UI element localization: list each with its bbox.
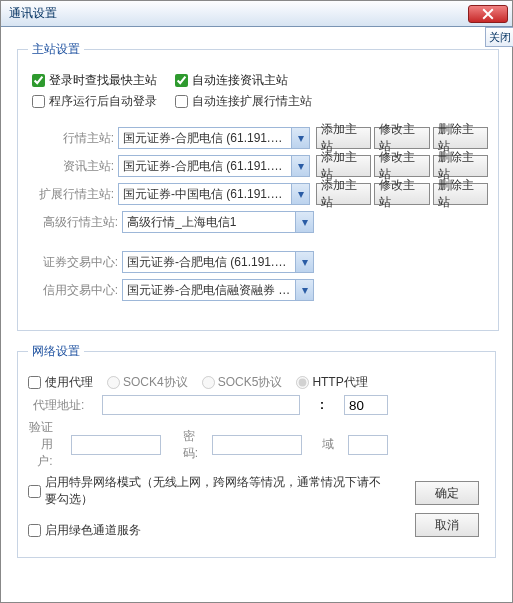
chk-auto-ext[interactable]: 自动连接扩展行情主站 <box>175 93 312 110</box>
input-proxy-pwd[interactable] <box>212 435 302 455</box>
label-hq: 行情主站: <box>28 130 114 147</box>
chk-auto-info-input[interactable] <box>175 74 188 87</box>
label-proxy-user: 验证用户: <box>28 419 53 470</box>
chk-use-proxy[interactable]: 使用代理 <box>28 374 93 391</box>
btn-ext-edit[interactable]: 修改主站 <box>374 183 429 205</box>
btn-zx-add[interactable]: 添加主站 <box>316 155 371 177</box>
combo-credit-value: 国元证券-合肥电信融资融券 (61 <box>123 282 295 299</box>
label-zx: 资讯主站: <box>28 158 114 175</box>
ok-button[interactable]: 确定 <box>415 481 479 505</box>
chk-special-net-input[interactable] <box>28 485 41 498</box>
label-proxy-domain: 域 <box>322 436 334 453</box>
combo-ext[interactable]: 国元证券-中国电信 (61.191.48. ▾ <box>118 183 310 205</box>
cancel-button[interactable]: 取消 <box>415 513 479 537</box>
chevron-down-icon[interactable]: ▾ <box>291 184 309 204</box>
window-title: 通讯设置 <box>9 5 57 22</box>
btn-hq-add[interactable]: 添加主站 <box>316 127 371 149</box>
main-server-group: 主站设置 登录时查找最快主站 自动连接资讯主站 程序运行后自动登录 自动连接扩展… <box>17 41 499 331</box>
network-group: 网络设置 使用代理 SOCK4协议 SOCK5协议 HTTP代理 <box>17 343 496 558</box>
btn-hq-del[interactable]: 删除主站 <box>433 127 488 149</box>
chevron-down-icon[interactable]: ▾ <box>291 156 309 176</box>
combo-zx[interactable]: 国元证券-合肥电信 (61.191.48. ▾ <box>118 155 310 177</box>
input-proxy-port[interactable] <box>344 395 388 415</box>
chk-find-fastest[interactable]: 登录时查找最快主站 <box>32 72 157 89</box>
radio-sock4[interactable]: SOCK4协议 <box>107 374 188 391</box>
label-proxy-addr: 代理地址: <box>28 397 84 414</box>
btn-zx-del[interactable]: 删除主站 <box>433 155 488 177</box>
radio-sock4-input[interactable] <box>107 376 120 389</box>
chk-auto-login[interactable]: 程序运行后自动登录 <box>32 93 157 110</box>
chk-special-net[interactable]: 启用特异网络模式（无线上网，跨网络等情况，通常情况下请不要勾选） <box>28 474 388 508</box>
btn-hq-edit[interactable]: 修改主站 <box>374 127 429 149</box>
radio-http-input[interactable] <box>296 376 309 389</box>
combo-hq-value: 国元证券-合肥电信 (61.191.48. <box>119 130 291 147</box>
colon-icon: : <box>314 398 330 412</box>
radio-sock5-input[interactable] <box>202 376 215 389</box>
chk-green-channel-input[interactable] <box>28 524 41 537</box>
input-proxy-domain[interactable] <box>348 435 388 455</box>
chk-use-proxy-input[interactable] <box>28 376 41 389</box>
chevron-down-icon[interactable]: ▾ <box>295 252 313 272</box>
chevron-down-icon[interactable]: ▾ <box>291 128 309 148</box>
radio-http[interactable]: HTTP代理 <box>296 374 367 391</box>
btn-ext-add[interactable]: 添加主站 <box>316 183 371 205</box>
combo-zx-value: 国元证券-合肥电信 (61.191.48. <box>119 158 291 175</box>
combo-sec[interactable]: 国元证券-合肥电信 (61.191.48. ▾ <box>122 251 314 273</box>
chk-green-channel[interactable]: 启用绿色通道服务 <box>28 522 141 539</box>
chevron-down-icon[interactable]: ▾ <box>295 280 313 300</box>
label-adv: 高级行情主站: <box>28 214 118 231</box>
input-proxy-addr[interactable] <box>102 395 300 415</box>
combo-sec-value: 国元证券-合肥电信 (61.191.48. <box>123 254 295 271</box>
close-button[interactable] <box>468 5 508 23</box>
btn-ext-del[interactable]: 删除主站 <box>433 183 488 205</box>
titlebar: 通讯设置 <box>1 1 512 27</box>
chk-auto-ext-input[interactable] <box>175 95 188 108</box>
close-icon <box>482 8 494 20</box>
combo-adv-value: 高级行情_上海电信1 <box>123 214 295 231</box>
client-area: 主站设置 登录时查找最快主站 自动连接资讯主站 程序运行后自动登录 自动连接扩展… <box>1 27 512 578</box>
label-proxy-pwd: 密码: <box>183 428 198 462</box>
combo-hq[interactable]: 国元证券-合肥电信 (61.191.48. ▾ <box>118 127 310 149</box>
network-legend: 网络设置 <box>28 343 84 360</box>
combo-ext-value: 国元证券-中国电信 (61.191.48. <box>119 186 291 203</box>
combo-credit[interactable]: 国元证券-合肥电信融资融券 (61 ▾ <box>122 279 314 301</box>
label-credit: 信用交易中心: <box>28 282 118 299</box>
chk-auto-info[interactable]: 自动连接资讯主站 <box>175 72 288 89</box>
label-sec: 证券交易中心: <box>28 254 118 271</box>
label-ext: 扩展行情主站: <box>28 186 114 203</box>
radio-sock5[interactable]: SOCK5协议 <box>202 374 283 391</box>
combo-adv[interactable]: 高级行情_上海电信1 ▾ <box>122 211 314 233</box>
btn-zx-edit[interactable]: 修改主站 <box>374 155 429 177</box>
input-proxy-user[interactable] <box>71 435 161 455</box>
chevron-down-icon[interactable]: ▾ <box>295 212 313 232</box>
chk-find-fastest-input[interactable] <box>32 74 45 87</box>
main-server-legend: 主站设置 <box>28 41 84 58</box>
chk-auto-login-input[interactable] <box>32 95 45 108</box>
